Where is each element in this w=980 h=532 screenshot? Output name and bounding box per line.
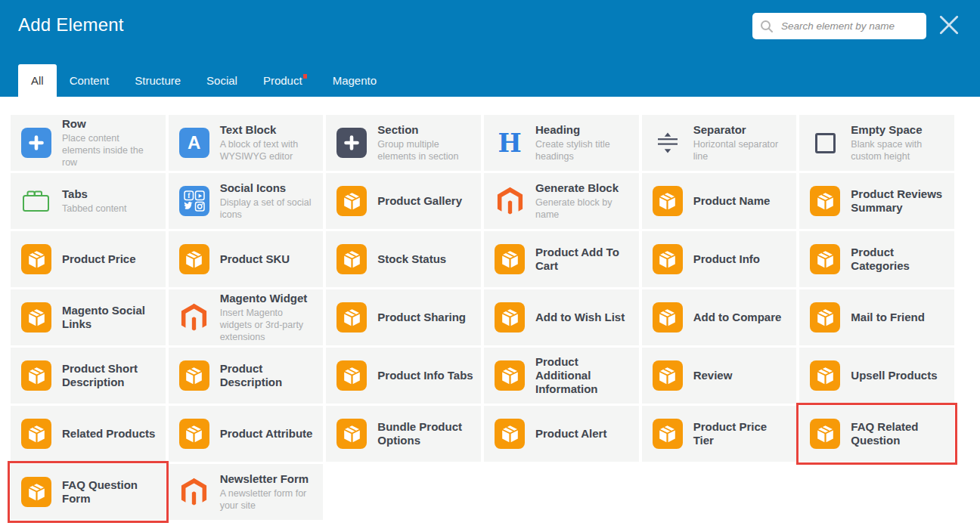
- element-card-faq-related-question[interactable]: FAQ Related Question: [799, 406, 954, 462]
- element-card-heading[interactable]: HHeadingCreate stylish title headings: [484, 115, 639, 171]
- element-card-product-gallery[interactable]: Product Gallery: [326, 173, 481, 229]
- element-card-product-additional-information[interactable]: Product Additional Information: [484, 348, 639, 404]
- modal-title: Add Element: [18, 14, 124, 36]
- element-card-product-sku[interactable]: Product SKU: [169, 231, 324, 287]
- tab-label: Product: [263, 74, 302, 87]
- element-card-text: Product Info Tabs: [377, 369, 473, 382]
- element-card-text: Product Gallery: [377, 194, 462, 208]
- element-card-faq-question-form[interactable]: FAQ Question Form: [11, 464, 166, 520]
- element-card-product-add-to-cart[interactable]: Product Add To Cart: [484, 231, 639, 287]
- element-card-title: Empty Space: [851, 123, 948, 137]
- tabs-icon: [21, 186, 51, 216]
- product-icon: [653, 360, 683, 391]
- tab-label: Content: [70, 74, 110, 87]
- search-input[interactable]: [780, 20, 919, 32]
- product-icon: [653, 186, 683, 216]
- element-card-empty-space[interactable]: Empty SpaceBlank space with custom heigh…: [799, 115, 954, 171]
- element-card-text: Product Alert: [535, 427, 606, 441]
- product-icon: [336, 302, 367, 332]
- search-box[interactable]: [752, 13, 926, 39]
- element-card-text: Product Sharing: [377, 311, 466, 324]
- element-card-stock-status[interactable]: Stock Status: [326, 231, 481, 287]
- element-card-add-to-compare[interactable]: Add to Compare: [642, 289, 797, 345]
- element-card-magento-social-links[interactable]: Magento Social Links: [11, 289, 166, 345]
- tab-label: Magento: [333, 74, 377, 87]
- element-card-product-name[interactable]: Product Name: [642, 173, 797, 229]
- product-icon: [179, 360, 209, 391]
- element-card-add-to-wish-list[interactable]: Add to Wish List: [484, 289, 639, 345]
- element-card-text: Review: [693, 369, 733, 382]
- element-card-title: Product Alert: [535, 427, 606, 441]
- product-icon: [21, 419, 51, 449]
- product-icon: [21, 302, 51, 332]
- magento-icon: [495, 186, 525, 216]
- element-card-product-description[interactable]: Product Description: [169, 348, 324, 404]
- separator-icon: [653, 128, 683, 158]
- element-card-title: Product Description: [220, 362, 318, 388]
- tab-structure[interactable]: Structure: [122, 64, 194, 97]
- element-card-text: Product SKU: [220, 252, 290, 266]
- element-card-product-alert[interactable]: Product Alert: [484, 406, 639, 462]
- element-card-text: Social IconsDisplay a set of social icon…: [220, 181, 318, 221]
- element-card-text: Product Info: [693, 252, 760, 266]
- element-card-text: FAQ Related Question: [851, 420, 948, 447]
- element-card-review[interactable]: Review: [642, 348, 797, 404]
- product-icon: [336, 360, 367, 391]
- element-card-product-attribute[interactable]: Product Attribute: [169, 406, 324, 462]
- element-card-text: Add to Wish List: [535, 311, 625, 324]
- element-card-text: SectionGroup multiple elements in sectio…: [377, 123, 475, 163]
- product-icon: [495, 302, 525, 332]
- element-card-mail-to-friend[interactable]: Mail to Friend: [799, 289, 954, 345]
- element-card-subtitle: Display a set of social icons: [220, 196, 318, 221]
- element-card-product-categories[interactable]: Product Categories: [799, 231, 954, 287]
- element-card-title: Product Price Tier: [693, 420, 791, 447]
- element-card-social-icons[interactable]: fSocial IconsDisplay a set of social ico…: [169, 173, 324, 229]
- product-icon: [21, 360, 51, 391]
- search-icon: [760, 20, 774, 33]
- element-card-product-short-description[interactable]: Product Short Description: [11, 348, 166, 404]
- element-card-magento-widget[interactable]: Magento WidgetInsert Magento widgets or …: [169, 289, 324, 345]
- element-card-product-price-tier[interactable]: Product Price Tier: [642, 406, 797, 462]
- element-card-title: Separator: [693, 123, 791, 137]
- element-card-title: Product Categories: [851, 246, 948, 272]
- element-card-product-info-tabs[interactable]: Product Info Tabs: [326, 348, 481, 404]
- element-card-newsletter-form[interactable]: Newsletter FormA newsletter form for you…: [169, 464, 324, 520]
- element-card-generate-block[interactable]: Generate BlockGenerate block by name: [484, 173, 639, 229]
- element-card-text: Upsell Products: [851, 369, 937, 382]
- element-card-text: Generate BlockGenerate block by name: [535, 181, 633, 221]
- element-card-title: Review: [693, 369, 733, 382]
- product-icon: [179, 244, 209, 274]
- element-card-title: Stock Status: [377, 252, 446, 266]
- product-icon: [653, 302, 683, 332]
- element-card-product-sharing[interactable]: Product Sharing: [326, 289, 481, 345]
- element-card-title: FAQ Related Question: [851, 420, 948, 447]
- product-icon: [336, 244, 367, 274]
- element-card-section[interactable]: SectionGroup multiple elements in sectio…: [326, 115, 481, 171]
- element-card-title: Social Icons: [220, 181, 318, 195]
- element-card-related-products[interactable]: Related Products: [11, 406, 166, 462]
- element-card-text: Product Add To Cart: [535, 246, 633, 272]
- element-card-title: Product Name: [693, 194, 771, 208]
- element-card-product-info[interactable]: Product Info: [642, 231, 797, 287]
- product-icon: [336, 186, 367, 216]
- tab-content[interactable]: Content: [57, 64, 122, 97]
- tab-product[interactable]: Product: [250, 64, 320, 97]
- element-card-upsell-products[interactable]: Upsell Products: [799, 348, 954, 404]
- element-card-subtitle: Horizontal separator line: [693, 138, 791, 162]
- product-icon: [179, 419, 209, 449]
- element-card-title: Row: [62, 117, 160, 131]
- element-card-text-block[interactable]: AText BlockA block of text with WYSIWYG …: [169, 115, 324, 171]
- element-card-product-reviews-summary[interactable]: Product Reviews Summary: [799, 173, 954, 229]
- element-card-text: Product Price Tier: [693, 420, 791, 447]
- element-card-product-price[interactable]: Product Price: [11, 231, 166, 287]
- element-card-tabs[interactable]: TabsTabbed content: [11, 173, 166, 229]
- element-card-separator[interactable]: SeparatorHorizontal separator line: [642, 115, 797, 171]
- close-button[interactable]: [938, 14, 960, 36]
- tab-magento[interactable]: Magento: [320, 64, 389, 97]
- element-card-subtitle: Place content elements inside the row: [62, 132, 160, 169]
- tab-social[interactable]: Social: [194, 64, 250, 97]
- tab-all[interactable]: All: [18, 64, 57, 97]
- element-card-title: Section: [377, 123, 475, 137]
- element-card-bundle-product-options[interactable]: Bundle Product Options: [326, 406, 481, 462]
- element-card-row[interactable]: RowPlace content elements inside the row: [11, 115, 166, 171]
